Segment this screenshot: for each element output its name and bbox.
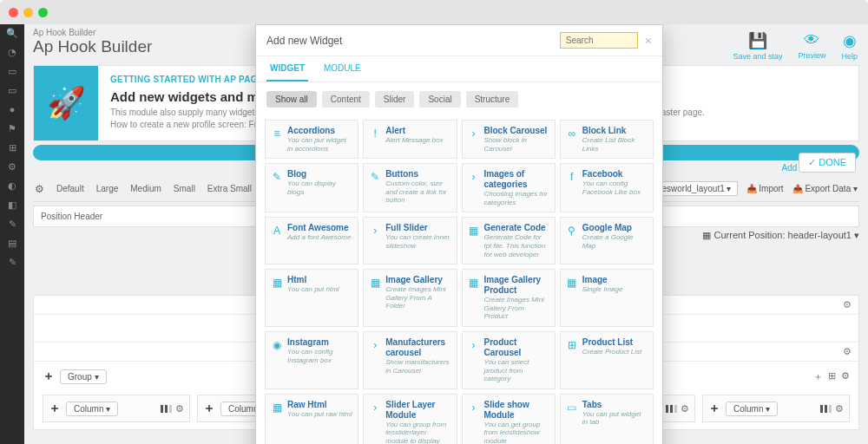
current-position-dropdown[interactable]: ▦ Current Position: header-layout1 ▾ [702, 230, 859, 241]
settings-icon[interactable]: ⚙ [35, 183, 44, 195]
widget-card-font-awesome[interactable]: AFont AwesomeAdd a font Awesome [265, 217, 358, 264]
widget-card-slider-layer-module[interactable]: ›Slider Layer ModuleYou can group from l… [363, 394, 457, 444]
sidebar-search-icon[interactable]: 🔍 [6, 28, 18, 40]
tab-medium[interactable]: Medium [130, 184, 161, 193]
sidebar-catalog-icon[interactable]: ▭ [6, 85, 18, 97]
sidebar-admin-icon[interactable]: ▤ [6, 238, 18, 250]
sidebar-advanced-icon[interactable]: ✎ [6, 219, 18, 231]
column-width-gauge[interactable] [161, 403, 172, 415]
widget-icon: ⊞ [566, 337, 578, 383]
widget-card-product-list[interactable]: ⊞Product ListCreate Product List [560, 331, 654, 389]
widget-icon: ∞ [566, 126, 578, 153]
minimize-window-icon[interactable] [23, 8, 33, 17]
add-column-icon[interactable]: ＋ [708, 401, 720, 416]
widget-card-generate-code[interactable]: ▦Generate CodeGenerate Code for tpl file… [462, 217, 556, 264]
widget-title: Block Link [582, 126, 648, 136]
widget-icon: › [369, 223, 381, 258]
filter-structure[interactable]: Structure [466, 91, 519, 108]
add-group-icon[interactable]: ＋ [43, 369, 55, 384]
widget-card-html[interactable]: ▦HtmlYou can put html [265, 269, 358, 327]
widget-card-images-of-categories[interactable]: ›Images of categoriesChoosing images for… [462, 163, 556, 212]
widget-card-product-carousel[interactable]: ›Product CarouselYou can select product … [462, 331, 556, 389]
tab-default[interactable]: Default [56, 184, 84, 193]
help-button[interactable]: ◉ Help [841, 31, 858, 61]
tab-large[interactable]: Large [96, 184, 119, 193]
widget-title: Html [287, 275, 339, 285]
column-settings-icon[interactable]: ⚙ [835, 403, 844, 415]
column-dropdown[interactable]: Column ▾ [66, 402, 118, 416]
column-width-gauge[interactable] [666, 403, 677, 415]
browser-titlebar [0, 0, 868, 24]
sidebar-dashboard-icon[interactable]: ◔ [6, 47, 18, 59]
widget-card-full-slider[interactable]: ›Full SliderYou can create Inner slidesh… [363, 217, 457, 264]
widget-card-slide-show-module[interactable]: ›Slide show ModuleYou can get group from… [462, 394, 556, 444]
widget-card-block-carousel[interactable]: ›Block CarouselShow block in Carousel [462, 120, 556, 159]
save-and-stay-button[interactable]: 💾 Save and stay [733, 31, 782, 61]
import-button[interactable]: 📥 Import [746, 184, 784, 193]
column-settings-icon[interactable]: ⚙ [681, 403, 689, 415]
widget-icon: A [271, 223, 283, 258]
sidebar-stats-icon[interactable]: ✎ [6, 257, 18, 269]
widget-desc: You can display blogs [287, 180, 352, 196]
widget-card-image-gallery[interactable]: ▦Image GalleryCreate Images Mini Gallery… [363, 269, 457, 327]
window-controls [9, 8, 48, 17]
export-button[interactable]: 📤 Export Data ▾ [792, 184, 858, 193]
sidebar-modules-icon[interactable]: ⊞ [6, 142, 18, 154]
column-settings-icon[interactable]: ⚙ [175, 403, 184, 415]
widget-icon: ▦ [468, 275, 480, 321]
sidebar-customers-icon[interactable]: ● [6, 104, 18, 116]
widget-card-buttons[interactable]: ✎ButtonsCustom color, size and create a … [363, 163, 457, 212]
widget-card-blog[interactable]: ✎BlogYou can display blogs [265, 163, 358, 212]
tab-small[interactable]: Small [174, 184, 195, 193]
sidebar-pricing-icon[interactable]: ⚑ [6, 123, 18, 135]
sidebar-orders-icon[interactable]: ▭ [6, 66, 18, 78]
widget-icon: ▦ [468, 223, 480, 258]
widget-card-image-gallery-product[interactable]: ▦Image Gallery ProductCreate Images Mini… [462, 269, 556, 327]
add-column-icon[interactable]: ＋ [203, 401, 215, 416]
tab-module[interactable]: MODULE [320, 56, 365, 82]
eye-icon: 👁 [804, 31, 819, 49]
widget-desc: You can group from leosliderlayer module… [385, 421, 450, 444]
panel-settings-icon[interactable]: ⚙ [843, 299, 852, 310]
sidebar-shipping-icon[interactable]: ⚙ [6, 161, 18, 173]
widget-title: Block Carousel [484, 126, 549, 136]
widget-card-accordions[interactable]: ≡AccordionsYou can put widget in accordi… [265, 120, 358, 159]
widget-desc: You can select product from category [484, 358, 549, 383]
widget-card-alert[interactable]: !AlertAlert Message box [363, 120, 457, 159]
widget-card-google-map[interactable]: ⚲Google MapCreate a Google Map [560, 217, 654, 264]
column-dropdown[interactable]: Column ▾ [726, 402, 778, 416]
filter-social[interactable]: Social [419, 91, 460, 108]
done-button[interactable]: DONE [799, 153, 856, 173]
grid-settings-icon[interactable]: ⚙ [841, 370, 850, 383]
widget-card-raw-html[interactable]: ▦Raw HtmlYou can put raw html [265, 394, 358, 444]
widget-card-instagram[interactable]: ◉InstagramYou can config Instagram box [265, 331, 358, 389]
close-icon[interactable]: × [645, 34, 652, 48]
grid-plus-icon[interactable]: ＋ [813, 370, 823, 383]
widget-desc: Create Product List [582, 348, 641, 356]
close-window-icon[interactable] [9, 8, 18, 17]
grid-view-icon[interactable]: ⊞ [828, 370, 836, 383]
widget-desc: Single Image [582, 285, 623, 294]
maximize-window-icon[interactable] [38, 8, 48, 17]
panel-settings-icon-2[interactable]: ⚙ [843, 346, 852, 357]
add-column-icon[interactable]: ＋ [49, 401, 61, 416]
sidebar-preferences-icon[interactable]: ◧ [6, 199, 18, 212]
widget-card-block-link[interactable]: ∞Block LinkCreate List Block Links [560, 120, 654, 159]
widget-search-input[interactable] [560, 32, 638, 49]
widget-desc: You can put raw html [287, 410, 352, 419]
widget-card-image[interactable]: ▦ImageSingle Image [560, 269, 654, 327]
group-dropdown[interactable]: Group ▾ [60, 369, 107, 384]
preview-button[interactable]: 👁 Preview [798, 31, 825, 60]
widget-card-facebook[interactable]: fFacebookYou can config Facebook Like bo… [560, 163, 654, 212]
filter-slider[interactable]: Slider [375, 91, 415, 108]
filter-content[interactable]: Content [322, 91, 370, 108]
column-width-gauge[interactable] [820, 403, 832, 415]
filter-show-all[interactable]: Show all [266, 91, 317, 108]
done-label: DONE [819, 157, 846, 167]
tab-extra-small[interactable]: Extra Small [207, 184, 252, 193]
widget-card-tabs[interactable]: ▭TabsYou can put widget in tab [560, 394, 654, 444]
widget-desc: Generate Code for tpl file. This functio… [484, 233, 549, 258]
tab-widget[interactable]: WIDGET [266, 56, 308, 82]
sidebar-localization-icon[interactable]: ◐ [6, 180, 18, 193]
widget-card-manufacturers-carousel[interactable]: ›Manufacturers carouselShow manufacturer… [363, 331, 457, 389]
